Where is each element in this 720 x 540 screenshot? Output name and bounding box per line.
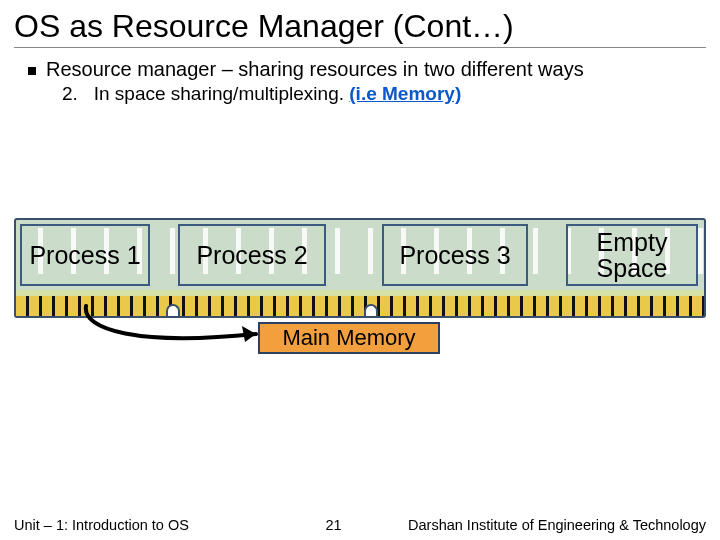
segment-process-3: Process 3	[382, 224, 528, 286]
bullet-l1-text: Resource manager – sharing resources in …	[46, 58, 584, 81]
ram-notch-2	[364, 304, 378, 318]
bullet-list: Resource manager – sharing resources in …	[0, 56, 720, 105]
slide-footer: Unit – 1: Introduction to OS 21 Darshan …	[0, 510, 720, 540]
pointer-arrow-icon	[78, 304, 278, 354]
memory-diagram: Process 1 Process 2 Process 3 Empty Spac…	[14, 218, 706, 318]
segment-empty-space: Empty Space	[566, 224, 698, 286]
footer-unit: Unit – 1: Introduction to OS	[14, 517, 189, 533]
bullet-l2-text: In space sharing/multiplexing.	[94, 83, 344, 104]
footer-institute: Darshan Institute of Engineering & Techn…	[408, 517, 706, 533]
slide-title: OS as Resource Manager (Cont…)	[0, 0, 720, 47]
bullet-level-1: Resource manager – sharing resources in …	[28, 58, 700, 81]
segment-process-2: Process 2	[178, 224, 326, 286]
main-memory-label: Main Memory	[282, 325, 415, 351]
memory-link[interactable]: (i.e Memory)	[349, 83, 461, 104]
bullet-l2-number: 2.	[62, 83, 78, 104]
bullet-level-2: 2. In space sharing/multiplexing. (i.e M…	[28, 83, 700, 105]
slide-root: OS as Resource Manager (Cont…) Resource …	[0, 0, 720, 540]
footer-page-number: 21	[189, 517, 408, 533]
title-divider	[14, 47, 706, 48]
main-memory-label-box: Main Memory	[258, 322, 440, 354]
segment-process-1: Process 1	[20, 224, 150, 286]
bullet-square-icon	[28, 67, 36, 75]
